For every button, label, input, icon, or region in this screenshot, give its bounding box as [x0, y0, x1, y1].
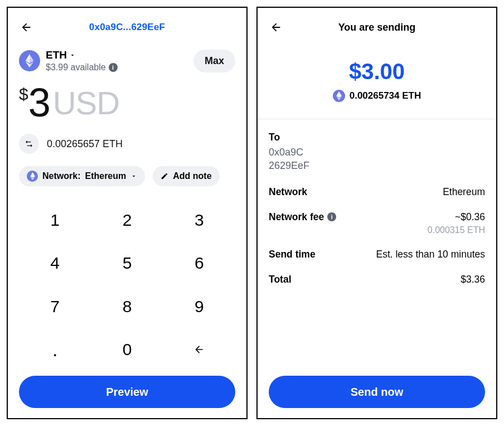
amount-display: $ 3 USD [19, 83, 235, 123]
arrow-left-icon [192, 344, 206, 355]
add-note-button[interactable]: Add note [153, 166, 219, 186]
asset-symbol: ETH [46, 49, 67, 61]
swap-icon [25, 139, 33, 148]
total-label: Total [269, 274, 292, 285]
time-label: Send time [269, 249, 316, 260]
network-value: Ethereum [443, 186, 485, 198]
recipient-address-link[interactable]: 0x0a9C...629EeF [89, 22, 165, 32]
key-backspace[interactable] [163, 328, 235, 372]
key-0[interactable]: 0 [91, 328, 163, 372]
total-row: Total $3.36 [269, 274, 485, 285]
asset-selector[interactable]: ETH [46, 49, 193, 61]
key-5[interactable]: 5 [91, 242, 163, 285]
chevron-down-icon [69, 52, 76, 59]
to-address: 0x0a9C 2629EeF [269, 145, 485, 173]
page-title: You are sending [338, 22, 416, 33]
send-amount-screen: 0x0a9C...629EeF ETH $3.99 available Max … [7, 7, 248, 419]
eth-icon [19, 50, 40, 71]
network-selector[interactable]: Network: Ethereum [19, 166, 145, 186]
max-button[interactable]: Max [193, 50, 235, 72]
header: 0x0a9C...629EeF [19, 18, 235, 37]
network-row: Network Ethereum [269, 186, 485, 198]
fee-eth: 0.000315 ETH [428, 225, 485, 235]
fee-usd: ~$0.36 [455, 211, 485, 222]
network-label: Network [269, 186, 307, 198]
time-row: Send time Est. less than 10 minutes [269, 249, 485, 260]
key-8[interactable]: 8 [91, 285, 163, 328]
key-1[interactable]: 1 [19, 198, 91, 242]
currency-symbol: $ [19, 86, 28, 103]
usd-amount: $3.00 [269, 59, 485, 84]
network-value: Ethereum [85, 171, 126, 181]
available-balance: $3.99 available [46, 62, 193, 72]
pencil-icon [161, 172, 168, 180]
transaction-details: To 0x0a9C 2629EeF Network Ethereum Netwo… [269, 132, 485, 285]
divider [258, 119, 496, 119]
key-3[interactable]: 3 [163, 198, 235, 242]
key-9[interactable]: 9 [163, 285, 235, 328]
fee-label: Network fee [269, 211, 324, 223]
fee-row: Network fee ~$0.36 0.000315 ETH [269, 211, 485, 235]
info-icon[interactable] [109, 63, 118, 72]
amount-value: 3 [28, 83, 50, 123]
amount-summary: $3.00 0.00265734 ETH [269, 59, 485, 102]
key-decimal[interactable]: . [19, 328, 91, 372]
chevron-down-icon [130, 173, 137, 179]
send-now-button[interactable]: Send now [269, 376, 485, 408]
header: You are sending [269, 18, 485, 37]
to-section: To 0x0a9C 2629EeF [269, 132, 485, 173]
currency-label: USD [53, 87, 119, 119]
key-2[interactable]: 2 [91, 198, 163, 242]
preview-button[interactable]: Preview [19, 376, 235, 408]
eth-icon [27, 171, 38, 182]
total-value: $3.36 [461, 274, 485, 285]
numeric-keypad: 1 2 3 4 5 6 7 8 9 . 0 [19, 198, 235, 371]
key-7[interactable]: 7 [19, 285, 91, 328]
eth-amount: 0.00265734 ETH [350, 90, 421, 101]
eth-icon [333, 90, 345, 102]
swap-currency-button[interactable] [19, 134, 39, 154]
send-confirm-screen: You are sending $3.00 0.00265734 ETH To … [256, 7, 497, 419]
network-prefix: Network: [42, 171, 80, 181]
asset-row: ETH $3.99 available Max [19, 49, 235, 72]
key-6[interactable]: 6 [163, 242, 235, 285]
info-icon[interactable] [327, 212, 336, 221]
key-4[interactable]: 4 [19, 242, 91, 285]
eth-equivalent: 0.00265657 ETH [47, 138, 123, 150]
time-value: Est. less than 10 minutes [376, 249, 485, 260]
to-label: To [269, 132, 485, 143]
